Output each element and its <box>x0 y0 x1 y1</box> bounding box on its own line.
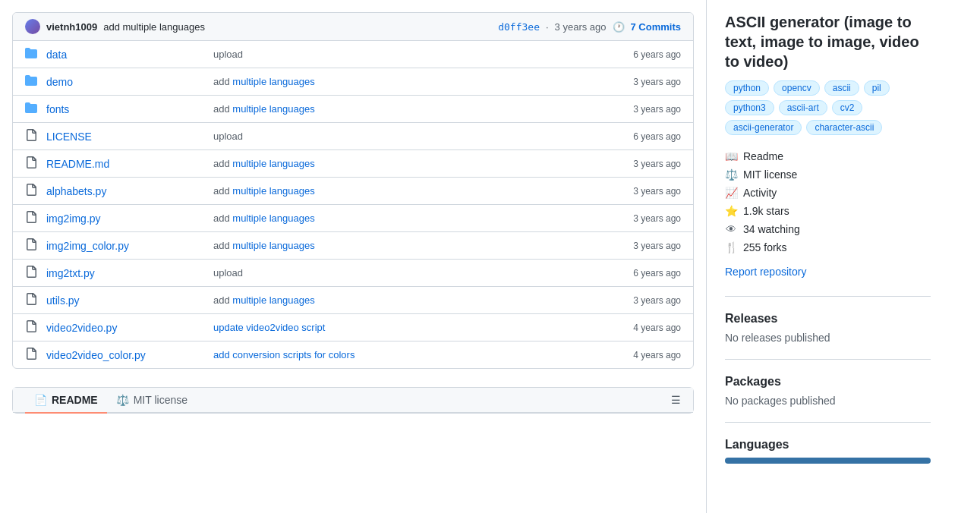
commit-link[interactable]: multiple languages <box>232 240 314 251</box>
sidebar-license-link[interactable]: ⚖️ MIT license <box>725 165 931 184</box>
license-tab-label: MIT license <box>134 394 187 406</box>
file-name-link[interactable]: alphabets.py <box>46 185 213 197</box>
file-icon <box>25 129 40 143</box>
file-table: dataupload6 years agodemoadd multiple la… <box>13 41 693 368</box>
tag-ascii-generator[interactable]: ascii-generator <box>725 120 802 135</box>
tag-cv2[interactable]: cv2 <box>832 100 863 115</box>
commits-count-link[interactable]: 7 Commits <box>631 21 681 33</box>
file-time: 3 years ago <box>605 186 681 197</box>
commit-link[interactable]: multiple languages <box>232 212 314 224</box>
tab-readme[interactable]: 📄 README <box>25 388 107 414</box>
file-name-link[interactable]: demo <box>46 76 213 88</box>
file-name-link[interactable]: README.md <box>46 158 213 170</box>
sidebar-watching-link[interactable]: 👁 34 watching <box>725 220 931 238</box>
sidebar-about: ASCII generator (image to text, image to… <box>725 12 931 297</box>
commit-link[interactable]: add conversion scripts for colors <box>213 349 355 360</box>
file-commit-message: add multiple languages <box>213 158 605 169</box>
stars-link[interactable]: 1.9k stars <box>743 205 789 217</box>
folder-icon <box>25 47 40 61</box>
readme-link[interactable]: Readme <box>743 150 783 162</box>
watching-link[interactable]: 34 watching <box>743 223 800 235</box>
tag-pil[interactable]: pil <box>864 80 890 96</box>
author-avatar <box>25 19 40 34</box>
table-row: img2img.pyadd multiple languages3 years … <box>13 205 693 232</box>
file-time: 3 years ago <box>605 213 681 224</box>
readme-tab-label: README <box>52 394 98 406</box>
file-commit-message: add multiple languages <box>213 240 605 251</box>
file-name-link[interactable]: img2txt.py <box>46 267 213 279</box>
eye-icon: 👁 <box>725 223 737 235</box>
sidebar-activity-link[interactable]: 📈 Activity <box>725 184 931 202</box>
commit-link[interactable]: multiple languages <box>232 158 314 169</box>
file-icon <box>25 266 40 280</box>
commit-author[interactable]: vietnh1009 <box>46 21 97 33</box>
tag-python3[interactable]: python3 <box>725 100 774 115</box>
commit-separator: · <box>546 21 549 33</box>
sidebar-languages: Languages <box>725 438 931 479</box>
report-repository-link[interactable]: Report repository <box>725 263 806 281</box>
commit-link[interactable]: multiple languages <box>232 76 314 87</box>
file-commit-message: add multiple languages <box>213 212 605 224</box>
table-row: video2video.pyupdate video2video script4… <box>13 314 693 341</box>
file-icon <box>25 348 40 362</box>
tab-license[interactable]: ⚖️ MIT license <box>107 388 197 414</box>
table-row: alphabets.pyadd multiple languages3 year… <box>13 178 693 205</box>
book-icon: 📖 <box>725 150 737 162</box>
language-bar <box>725 458 931 464</box>
table-row: video2video_color.pyadd conversion scrip… <box>13 341 693 368</box>
file-name-link[interactable]: img2img_color.py <box>46 240 213 252</box>
file-time: 3 years ago <box>605 77 681 87</box>
file-name-link[interactable]: img2img.py <box>46 212 213 225</box>
license-link[interactable]: MIT license <box>743 168 797 181</box>
sidebar-releases: Releases No releases published <box>725 312 931 360</box>
table-row: demoadd multiple languages3 years ago <box>13 68 693 96</box>
table-row: utils.pyadd multiple languages3 years ag… <box>13 287 693 314</box>
fork-icon: 🍴 <box>725 241 737 253</box>
commit-link[interactable]: update video2video script <box>213 322 325 333</box>
commit-header-row: vietnh1009 add multiple languages d0ff3e… <box>13 13 693 41</box>
file-commit-message: add multiple languages <box>213 103 605 115</box>
file-commit-message: add multiple languages <box>213 294 605 306</box>
tags-container: pythonopencvasciipilpython3ascii-artcv2a… <box>725 80 931 135</box>
tag-opencv[interactable]: opencv <box>774 80 820 96</box>
list-icon[interactable]: ☰ <box>671 388 681 412</box>
languages-title: Languages <box>725 438 931 452</box>
scale-icon: ⚖️ <box>725 168 737 181</box>
tag-ascii-art[interactable]: ascii-art <box>779 100 827 115</box>
tag-python[interactable]: python <box>725 80 769 96</box>
file-name-link[interactable]: LICENSE <box>46 131 213 143</box>
file-name-link[interactable]: video2video_color.py <box>46 349 213 361</box>
file-commit-message: upload <box>213 131 605 142</box>
commit-message-link[interactable]: add multiple languages <box>103 21 205 33</box>
file-time: 4 years ago <box>605 350 681 360</box>
commit-link[interactable]: multiple languages <box>232 103 314 115</box>
repo-description: ASCII generator (image to text, image to… <box>725 12 931 71</box>
tag-ascii[interactable]: ascii <box>824 80 859 96</box>
table-row: img2txt.pyupload6 years ago <box>13 260 693 287</box>
file-name-link[interactable]: video2video.py <box>46 322 213 334</box>
forks-link[interactable]: 255 forks <box>743 241 787 253</box>
activity-link[interactable]: Activity <box>743 187 777 199</box>
table-row: img2img_color.pyadd multiple languages3 … <box>13 232 693 260</box>
file-name-link[interactable]: utils.py <box>46 294 213 307</box>
table-row: dataupload6 years ago <box>13 41 693 68</box>
file-time: 6 years ago <box>605 268 681 279</box>
file-name-link[interactable]: fonts <box>46 103 213 115</box>
commit-link[interactable]: multiple languages <box>232 294 314 306</box>
sidebar-packages: Packages No packages published <box>725 375 931 423</box>
clock-icon: 🕐 <box>613 21 625 33</box>
commit-hash[interactable]: d0ff3ee <box>498 21 540 33</box>
activity-icon: 📈 <box>725 187 737 199</box>
file-time: 4 years ago <box>605 323 681 333</box>
sidebar-forks-link[interactable]: 🍴 255 forks <box>725 238 931 256</box>
file-time: 3 years ago <box>605 295 681 306</box>
sidebar-readme-link[interactable]: 📖 Readme <box>725 147 931 165</box>
sidebar-stars-link[interactable]: ⭐ 1.9k stars <box>725 202 931 220</box>
tag-character-ascii[interactable]: character-ascii <box>806 120 882 135</box>
commit-time: 3 years ago <box>555 21 607 33</box>
license-tab-icon: ⚖️ <box>116 394 129 406</box>
commit-link[interactable]: multiple languages <box>232 185 314 197</box>
file-name-link[interactable]: data <box>46 49 213 61</box>
file-time: 3 years ago <box>605 159 681 169</box>
file-icon <box>25 320 40 335</box>
